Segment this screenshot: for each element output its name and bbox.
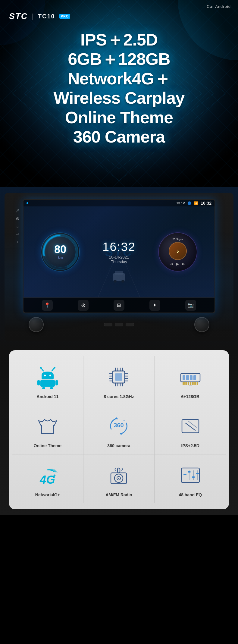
nav-home[interactable]: ⊞: [114, 300, 124, 311]
feature-chip: 8 cores 1.8GHz: [83, 356, 155, 405]
radio-icon: [105, 462, 132, 489]
nav-settings[interactable]: ✦: [149, 300, 160, 311]
svg-rect-82: [192, 476, 195, 478]
mic-icon: 🎤: [14, 208, 21, 213]
svg-rect-54: [186, 382, 187, 385]
dash-btn-2[interactable]: [115, 323, 123, 326]
svg-rect-50: [190, 375, 193, 380]
hero-tagline: IPS＋2.5D 6GB＋128GB Network4G＋ Wireless C…: [0, 30, 238, 146]
svg-rect-24: [40, 380, 55, 387]
chip-icon: [105, 363, 132, 391]
dash-controls: [23, 317, 215, 332]
svg-rect-48: [183, 375, 185, 380]
svg-rect-51: [193, 375, 196, 380]
ram-icon: [177, 363, 204, 391]
screen-sidebar: 🎤 ⏻ ⌂ ↩ + −: [14, 208, 21, 253]
dash-knob-left[interactable]: [29, 317, 44, 332]
nav-maps[interactable]: 📍: [42, 300, 53, 311]
ips-icon: [177, 413, 204, 440]
music-note-icon: ♪: [176, 248, 179, 255]
music-title: 25 Signs: [172, 238, 183, 241]
svg-point-15: [121, 280, 124, 283]
svg-rect-49: [186, 375, 189, 380]
eq-icon: [177, 462, 204, 489]
svg-rect-26: [55, 380, 58, 385]
dash-knob-right[interactable]: [194, 317, 209, 332]
svg-rect-66: [182, 419, 199, 433]
feature-theme-label: Online Theme: [34, 443, 62, 448]
back-icon: ↩: [14, 231, 21, 237]
hero-headline: IPS＋2.5D 6GB＋128GB Network4G＋ Wireless C…: [6, 30, 232, 146]
svg-rect-27: [42, 387, 45, 389]
car-dashboard: 🎤 ⏻ ⌂ ↩ + − 13.1V 🔵: [5, 193, 233, 341]
brand-model: TC10: [38, 13, 55, 20]
status-voltage: 13.1V: [176, 201, 185, 205]
svg-point-14: [114, 280, 117, 283]
theme-icon: [34, 413, 61, 440]
dash-btn-3[interactable]: [126, 323, 134, 326]
status-signal: 📶: [194, 201, 198, 205]
svg-line-67: [186, 423, 195, 430]
vol-dn-icon: −: [14, 247, 21, 253]
svg-rect-58: [193, 382, 195, 385]
feature-4g-label: Network4G+: [35, 492, 60, 497]
svg-rect-59: [195, 382, 196, 385]
hero-section: Car Android STC | TC10 PRO IPS＋2.5D 6GB＋…: [0, 0, 238, 187]
svg-rect-61: [189, 385, 192, 386]
svg-rect-28: [50, 387, 53, 389]
speedometer-ticks: [41, 232, 80, 272]
music-player: 25 Signs ♪ ⏮ ▶ ⏭: [158, 232, 197, 272]
svg-rect-55: [188, 382, 189, 385]
svg-point-22: [44, 375, 46, 376]
features-section: Android 11: [0, 350, 238, 515]
feature-ips: IPS+2.5D: [155, 405, 226, 454]
svg-line-18: [41, 368, 43, 371]
svg-rect-30: [115, 373, 122, 381]
nav-camera[interactable]: 📷: [185, 300, 196, 311]
svg-text:°: °: [124, 419, 125, 423]
feature-radio-label: AM/FM Radio: [105, 492, 132, 497]
feature-chip-label: 8 cores 1.8GHz: [104, 394, 134, 399]
svg-point-23: [49, 375, 51, 376]
dash-btn-1[interactable]: [104, 323, 112, 326]
svg-point-74: [118, 478, 119, 479]
feature-android-label: Android 11: [36, 394, 58, 399]
feature-360-label: 360 camera: [107, 443, 130, 448]
svg-rect-80: [188, 471, 191, 473]
features-grid: Android 11: [12, 356, 226, 503]
feature-ram: 6+128GB: [155, 356, 226, 405]
feature-4g: 4G + Network4G+: [12, 454, 83, 503]
svg-point-16: [41, 232, 80, 272]
home-icon: ⌂: [14, 224, 21, 229]
music-album-art: ♪: [169, 242, 187, 260]
features-card: Android 11: [9, 350, 229, 509]
svg-rect-57: [192, 382, 193, 385]
screen-section: 🎤 ⏻ ⌂ ↩ + − 13.1V 🔵: [0, 187, 238, 350]
svg-point-17: [41, 232, 80, 272]
prev-icon: ⏮: [170, 262, 173, 266]
car-screen: 13.1V 🔵 📶 16:32 STC: [23, 199, 215, 313]
nav-bluetooth[interactable]: ⊛: [78, 300, 89, 311]
svg-rect-60: [197, 382, 198, 385]
feature-eq-label: 48 band EQ: [179, 492, 202, 497]
svg-text:+: +: [53, 473, 56, 479]
svg-point-19: [40, 367, 42, 369]
screen-clock: 16:32 10-14-2021 Thursday: [102, 240, 136, 264]
svg-rect-52: [183, 382, 184, 385]
svg-text:360: 360: [114, 422, 124, 429]
svg-rect-78: [183, 474, 186, 475]
svg-point-21: [54, 367, 55, 369]
feature-360: 360 ° 360 camera: [83, 405, 155, 454]
power-icon: ⏻: [14, 216, 21, 221]
screen-navbar: 📍 ⊛ ⊞ ✦ 📷: [23, 297, 215, 313]
svg-rect-84: [196, 473, 199, 474]
dash-buttons-center: [104, 323, 134, 326]
status-dot: [27, 202, 28, 204]
feature-ram-label: 6+128GB: [181, 394, 199, 399]
brand-badge: PRO: [59, 14, 70, 19]
360-icon: 360 °: [105, 413, 132, 440]
next-icon: ⏭: [182, 262, 186, 266]
4g-icon: 4G +: [34, 462, 61, 489]
svg-rect-13: [115, 271, 123, 275]
feature-theme: Online Theme: [12, 405, 83, 454]
